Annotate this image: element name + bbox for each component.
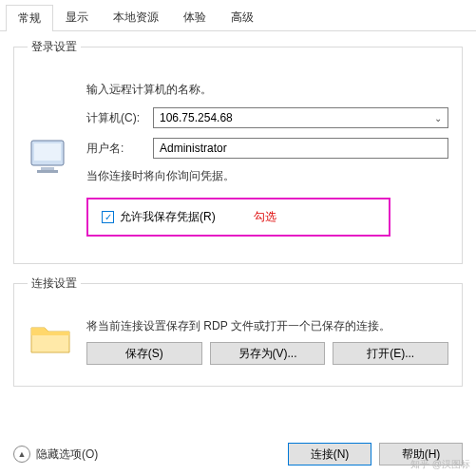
connection-settings-group: 连接设置 将当前连接设置保存到 RDP 文件或打开一个已保存的连接。 保存(S)… <box>13 276 463 387</box>
folder-icon <box>28 318 73 356</box>
login-prompt: 输入远程计算机的名称。 <box>86 82 448 98</box>
dialog-footer: ▲ 隐藏选项(O) 连接(N) 帮助(H) <box>0 443 476 466</box>
connection-legend: 连接设置 <box>28 276 81 292</box>
tab-experience[interactable]: 体验 <box>171 4 219 30</box>
svg-rect-2 <box>41 167 54 170</box>
watermark: 知乎 @汉图标 <box>410 458 470 471</box>
chevron-down-icon: ⌄ <box>434 113 442 124</box>
computer-dropdown[interactable]: 106.75.254.68 ⌄ <box>153 107 448 128</box>
computer-label: 计算机(C): <box>86 110 153 126</box>
hide-options-label: 隐藏选项(O) <box>36 446 98 463</box>
chevron-up-icon: ▲ <box>13 446 30 463</box>
save-credentials-label: 允许我保存凭据(R) <box>120 209 216 225</box>
tab-content: 登录设置 输入远程计算机的名称。 计算机(C): 106.75.254.68 ⌄ <box>0 31 476 406</box>
annotation-highlight: ✓ 允许我保存凭据(R) 勾选 <box>86 198 390 237</box>
save-as-button[interactable]: 另存为(V)... <box>210 342 326 365</box>
computer-icon <box>28 135 73 180</box>
svg-rect-3 <box>37 170 58 173</box>
svg-rect-1 <box>34 143 61 161</box>
username-value: Administrator <box>160 142 227 155</box>
computer-value: 106.75.254.68 <box>160 111 233 124</box>
open-button[interactable]: 打开(E)... <box>333 342 448 365</box>
save-button[interactable]: 保存(S) <box>86 342 202 365</box>
save-credentials-checkbox[interactable]: ✓ <box>102 211 114 223</box>
tab-bar: 常规 显示 本地资源 体验 高级 <box>0 0 476 31</box>
credentials-note: 当你连接时将向你询问凭据。 <box>86 168 448 184</box>
tab-advanced[interactable]: 高级 <box>219 4 266 30</box>
username-input[interactable]: Administrator <box>153 138 448 159</box>
tab-display[interactable]: 显示 <box>53 4 101 30</box>
connect-button[interactable]: 连接(N) <box>288 443 371 466</box>
annotation-text: 勾选 <box>254 209 276 225</box>
tab-local-resources[interactable]: 本地资源 <box>101 4 171 30</box>
login-legend: 登录设置 <box>28 39 81 55</box>
username-label: 用户名: <box>86 141 153 157</box>
connection-desc: 将当前连接设置保存到 RDP 文件或打开一个已保存的连接。 <box>86 318 448 334</box>
tab-general[interactable]: 常规 <box>6 5 53 31</box>
login-settings-group: 登录设置 输入远程计算机的名称。 计算机(C): 106.75.254.68 ⌄ <box>13 39 463 264</box>
hide-options-toggle[interactable]: ▲ 隐藏选项(O) <box>13 446 98 463</box>
